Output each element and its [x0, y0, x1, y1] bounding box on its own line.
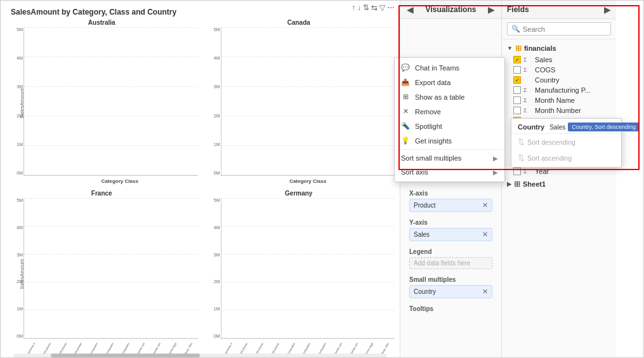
y-tick: 3M	[6, 253, 23, 257]
menu-item-sort-small[interactable]: Sort small multiples ▶	[395, 151, 504, 165]
yaxis-field[interactable]: Sales ✕	[409, 228, 492, 241]
chart-panel-australia: Australia 5M 4M 3M 2M 1M 0M	[3, 18, 200, 189]
menu-item-sort-axis[interactable]: Sort axis ▶	[395, 165, 504, 179]
y-tick: 4M	[6, 56, 23, 60]
chart-panel-canada: Canada 5M 4M 3M 2M 1M 0M	[200, 18, 398, 189]
y-tick: 5M	[6, 198, 23, 202]
y-tick: 1M	[204, 142, 220, 147]
legend-placeholder[interactable]: Add data fields here	[409, 257, 492, 269]
check-cogs[interactable]	[513, 66, 521, 74]
sort-asc-item[interactable]: ⇅ Sort ascending	[511, 150, 621, 166]
sort-rows-icon[interactable]: ⇆	[371, 3, 378, 12]
small-multiples-field[interactable]: Country ✕	[409, 285, 492, 298]
type-year: Σ	[523, 168, 532, 175]
chart-panel-title-canada: Canada	[203, 19, 395, 26]
charts-grid: Australia 5M 4M 3M 2M 1M 0M	[1, 18, 400, 357]
yaxis-label: Y-axis	[409, 219, 492, 226]
context-menu: 💬 Chat in Teams 📤 Export data ⊞ Show as …	[394, 57, 505, 182]
chart-panel-germany: Germany 5M 4M 3M 2M 1M 0M	[200, 189, 398, 357]
check-year[interactable]	[513, 168, 521, 175]
menu-item-spotlight[interactable]: 🔦 Spotlight	[395, 119, 504, 133]
type-cogs: Σ	[523, 67, 532, 73]
export-icon: 📤	[401, 78, 410, 86]
yaxis-field-remove[interactable]: ✕	[482, 230, 488, 239]
fields-item-mfg[interactable]: Σ Manufacturing P...	[502, 85, 616, 95]
y-axis-label-australia: SalesAmount	[19, 88, 25, 119]
y-tick: 1M	[6, 307, 23, 311]
fields-item-monthnumber[interactable]: Σ Month Number	[502, 105, 616, 116]
visualizations-panel: ◀ Visualizations ▶ 💬 Chat in Teams 📤 Exp…	[400, 1, 502, 357]
filter-icon[interactable]: ▽	[379, 3, 385, 12]
fields-group-sheet1: ▶ ⊞ Sheet1	[502, 178, 616, 190]
fields-item-cogs[interactable]: Σ COGS	[502, 65, 616, 75]
fields-group-header-financials[interactable]: ▼ ⊞ financials	[502, 42, 616, 55]
fields-search-box: 🔍	[507, 22, 611, 36]
more-icon[interactable]: ⋯	[387, 3, 395, 12]
y-tick: 3M	[204, 253, 220, 257]
fields-search-area: 🔍	[502, 19, 616, 39]
y-tick: 4M	[204, 225, 220, 230]
fields-item-sales[interactable]: ✓ Σ Sales	[502, 55, 616, 65]
legend-label: Legend	[409, 248, 492, 255]
type-mfg: Σ	[523, 87, 532, 93]
sheet1-table-icon: ⊞	[514, 180, 520, 189]
fields-group-header-sheet1[interactable]: ▶ ⊞ Sheet1	[502, 178, 616, 190]
y-tick: 4M	[6, 225, 23, 230]
fields-item-year[interactable]: Σ Year	[502, 166, 616, 176]
tooltips-label: Tooltips	[409, 305, 492, 312]
search-input[interactable]	[523, 25, 607, 33]
chart-title: SalesAmount by Category, Class and Count…	[6, 4, 181, 18]
sort-asc-icon[interactable]: ↑	[352, 3, 355, 12]
xaxis-field-remove[interactable]: ✕	[482, 201, 488, 209]
check-monthname[interactable]	[513, 96, 521, 104]
sort-submenu: Country Sales Country, Sort descending ⇅…	[511, 118, 622, 168]
small-multiples-label: Small multiples	[409, 276, 492, 283]
xaxis-field[interactable]: Product ✕	[409, 199, 492, 212]
y-tick: 5M	[204, 198, 220, 202]
menu-item-remove[interactable]: ✕ Remove	[395, 104, 504, 119]
small-multiples-field-remove[interactable]: ✕	[482, 288, 488, 296]
check-sales[interactable]: ✓	[513, 56, 521, 63]
sort-desc-icon[interactable]: ↓	[357, 3, 361, 12]
xaxis-field-value: Product	[414, 202, 435, 209]
type-monthnumber: Σ	[523, 107, 532, 114]
x-axis-label-australia: Category Class	[42, 178, 198, 184]
sort-cols-icon[interactable]: ⇅	[363, 3, 369, 12]
check-mfg[interactable]	[513, 86, 521, 94]
insights-icon: 💡	[401, 136, 410, 145]
menu-item-show-table[interactable]: ⊞ Show as a table	[395, 90, 504, 104]
y-tick: 0M	[6, 171, 23, 175]
y-tick: 1M	[6, 142, 23, 147]
small-multiples-field-value: Country	[414, 288, 436, 295]
chart-toolbar: ↑ ↓ ⇅ ⇆ ▽ ⋯	[352, 3, 395, 12]
xaxis-label: X-axis	[409, 190, 492, 197]
sort-az-icon: ⇅	[518, 137, 525, 147]
fields-list: ▼ ⊞ financials ✓ Σ Sales Σ COGS ✓	[502, 39, 616, 357]
fields-item-monthname[interactable]: Σ Month Name	[502, 95, 616, 105]
menu-item-chat[interactable]: 💬 Chat in Teams	[395, 60, 504, 75]
viz-nav-next[interactable]: ▶	[487, 4, 496, 15]
legend-section: Legend Add data fields here	[404, 246, 497, 274]
chart-panel-title-australia: Australia	[6, 19, 198, 26]
menu-item-insights[interactable]: 💡 Get insights	[395, 133, 504, 148]
sort-header: Country Sales Country, Sort descending	[511, 120, 621, 134]
group-name-sheet1: Sheet1	[523, 180, 546, 188]
active-sort-badge: Country, Sort descending	[568, 123, 640, 131]
yaxis-section: Y-axis Sales ✕	[404, 216, 497, 246]
y-tick: 2M	[204, 114, 220, 118]
menu-item-export[interactable]: 📤 Export data	[395, 75, 504, 90]
fields-panel: Fields ▶ 🔍 ▼ ⊞ financials ✓ Σ Sales	[502, 1, 616, 357]
chat-icon: 💬	[401, 63, 410, 72]
y-tick: 5M	[204, 27, 220, 32]
sort-desc-item[interactable]: ⇅ Sort descending	[511, 134, 621, 150]
y-tick: 2M	[204, 279, 220, 284]
check-monthnumber[interactable]	[513, 107, 521, 114]
search-icon: 🔍	[511, 25, 520, 33]
fields-nav-next[interactable]: ▶	[604, 4, 611, 15]
y-tick: 0M	[204, 334, 220, 338]
viz-nav-prev[interactable]: ◀	[405, 4, 415, 15]
tooltips-section: Tooltips	[404, 303, 497, 317]
chart-panel-title-france: France	[6, 190, 198, 197]
check-country[interactable]: ✓	[513, 76, 521, 84]
fields-item-country[interactable]: ✓ Country	[502, 75, 616, 85]
